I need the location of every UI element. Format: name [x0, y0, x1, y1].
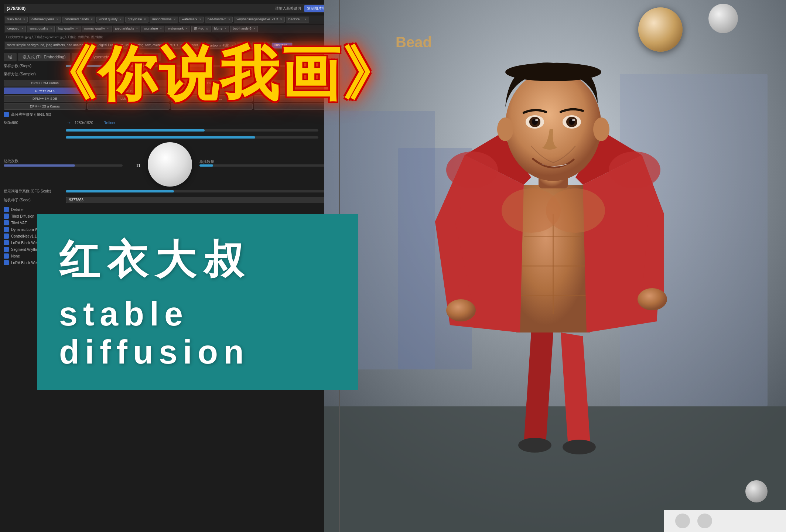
- svg-point-29: [546, 188, 605, 233]
- svg-point-26: [446, 151, 498, 188]
- total-count-label: 总批次数: [4, 159, 18, 163]
- lora-block-checkbox[interactable]: [4, 240, 9, 245]
- height-slider[interactable]: [66, 136, 318, 139]
- tag-watermark2[interactable]: watermark ×: [165, 26, 190, 32]
- svg-point-6: [518, 438, 551, 453]
- subtitle-box: 红衣大叔 stable diffusion: [37, 214, 358, 390]
- tag-grayscale[interactable]: grayscale ×: [125, 17, 148, 23]
- total-count-value: 11: [126, 164, 140, 168]
- width-slider[interactable]: [66, 129, 318, 132]
- batch-section: 总批次数 11 单批数量: [4, 142, 336, 187]
- total-slider[interactable]: [4, 164, 123, 167]
- tag-jpeg[interactable]: jpeg artifacts ×: [113, 26, 141, 32]
- tag-baddream[interactable]: BadDre... ×: [286, 17, 309, 23]
- tag-monochrome[interactable]: monochrome ×: [150, 17, 178, 23]
- dynamic-lora-checkbox[interactable]: [4, 227, 9, 232]
- tag-username[interactable]: 用户名 ×: [191, 26, 211, 32]
- negative-tags-row2: cropped × worst quality × low quality × …: [4, 25, 336, 33]
- svg-point-5: [563, 440, 596, 454]
- height-fill: [66, 136, 255, 139]
- cfg-label: 提示词引导系数 (CFG Scale): [4, 189, 63, 194]
- seed-label: 随机种子 (Seed): [4, 198, 63, 203]
- tag-bad-hands[interactable]: bad-hands-5 ×: [205, 17, 233, 23]
- negative-tags-row1: furry face × deformed penis × deformed h…: [4, 16, 336, 24]
- svg-point-12: [638, 288, 667, 310]
- batch-container: 单批数量: [199, 159, 336, 170]
- batch-slider[interactable]: [199, 164, 336, 167]
- total-fill: [4, 164, 75, 167]
- tag-normal-quality[interactable]: normal quality ×: [82, 26, 112, 32]
- tiled-diffusion-checkbox[interactable]: [4, 214, 9, 219]
- tag-signature[interactable]: signature ×: [141, 26, 164, 32]
- top-right-circle: [708, 4, 738, 33]
- counter-display: (278/300): [7, 6, 25, 11]
- tag-watermark1[interactable]: watermark ×: [179, 17, 204, 23]
- cfg-row: 提示词引导系数 (CFG Scale): [4, 189, 336, 194]
- bottom-bar: [664, 510, 786, 532]
- detailer-row: Detailer: [4, 207, 336, 212]
- batch-label: 单批数量: [199, 160, 214, 164]
- width-fill: [66, 129, 205, 132]
- subtitle-chinese: 红衣大叔: [59, 233, 336, 288]
- tiled-diffusion-label: Tiled Diffusion: [11, 214, 34, 218]
- width-row: 640: [4, 128, 336, 132]
- none-checkbox[interactable]: [4, 253, 9, 259]
- tiled-vae-label: Tiled VAE: [11, 221, 27, 225]
- big-circle-decoration: [148, 142, 192, 187]
- subtitle-english: stable diffusion: [59, 295, 336, 371]
- hint-text: 请输入新关键词: [275, 6, 301, 11]
- size-label: 640×960: [4, 121, 63, 125]
- svg-point-27: [609, 151, 660, 188]
- size-target: 1280×1920: [75, 121, 93, 125]
- cfg-fill: [66, 190, 174, 192]
- tag-furry[interactable]: furry face ×: [5, 17, 28, 23]
- title-overlay: 《你说我画》: [37, 44, 403, 103]
- svg-point-24: [497, 117, 513, 141]
- tag-cropped[interactable]: cropped ×: [5, 26, 26, 32]
- tag-deformed-penis[interactable]: deformed penis ×: [29, 17, 61, 23]
- sd-topbar: (278/300) 请输入新关键词 复制图片/页数: [4, 4, 336, 13]
- svg-point-23: [572, 119, 575, 121]
- lora-block2-checkbox[interactable]: [4, 260, 9, 265]
- bottom-circle-2: [697, 514, 712, 528]
- seed-row: 随机种子 (Seed) 9377863: [4, 197, 336, 203]
- batch-row: [199, 164, 336, 167]
- refiner-label: Refiner: [103, 121, 115, 125]
- tag-subtext: 工程文档/文字 jpeg人工痕迹/pagenthsize.jpg人工痕迹 由用户…: [4, 34, 336, 40]
- none-label: None: [11, 254, 20, 258]
- size-row: 640×960 → 1280×1920 Refiner: [4, 119, 336, 126]
- tag-low-quality[interactable]: low quality ×: [56, 26, 81, 32]
- tag-blurry[interactable]: blurry ×: [212, 26, 229, 32]
- tag-worst-quality2[interactable]: worst quality ×: [27, 26, 55, 32]
- batch-fill: [199, 164, 213, 167]
- hires-label: 高分辨率修复 (Hires. fix): [11, 112, 51, 117]
- thumbnail: (278/300) 请输入新关键词 复制图片/页数 furry face × d…: [0, 0, 786, 532]
- controlnet-checkbox[interactable]: [4, 233, 9, 239]
- total-count-row: 11: [4, 164, 140, 168]
- svg-point-11: [446, 299, 476, 321]
- svg-point-25: [593, 117, 609, 141]
- tag-worst-quality1[interactable]: worst quality ×: [96, 17, 124, 23]
- tab-domain[interactable]: 域: [4, 53, 17, 61]
- svg-point-14: [505, 70, 601, 181]
- total-count-container: 总批次数 11: [4, 158, 140, 171]
- bottom-circle-1: [675, 514, 690, 528]
- tag-bad-hands2[interactable]: bad-hands-5 ×: [230, 26, 258, 32]
- height-row: 960: [4, 135, 336, 139]
- hires-checkbox[interactable]: [4, 112, 9, 117]
- seed-input[interactable]: 9377863: [66, 197, 336, 203]
- detailer-checkbox[interactable]: [4, 207, 9, 212]
- segment-checkbox[interactable]: [4, 247, 9, 252]
- tag-verybadimagenegative[interactable]: verybadimagenegative_v1.3 ×: [234, 17, 284, 23]
- hires-row: 高分辨率修复 (Hires. fix): [4, 112, 336, 117]
- size-arrow-icon: →: [66, 119, 72, 126]
- bead-decoration: [638, 7, 683, 52]
- segment-label: Segment Anything: [11, 248, 41, 252]
- svg-point-15: [505, 63, 601, 81]
- tiled-vae-checkbox[interactable]: [4, 220, 9, 225]
- main-title: 《你说我画》: [37, 44, 403, 103]
- bottom-right-circle: [745, 480, 768, 502]
- svg-point-19: [535, 119, 538, 121]
- cfg-slider[interactable]: [66, 190, 336, 192]
- tag-deformed-hands[interactable]: deformed hands ×: [62, 17, 95, 23]
